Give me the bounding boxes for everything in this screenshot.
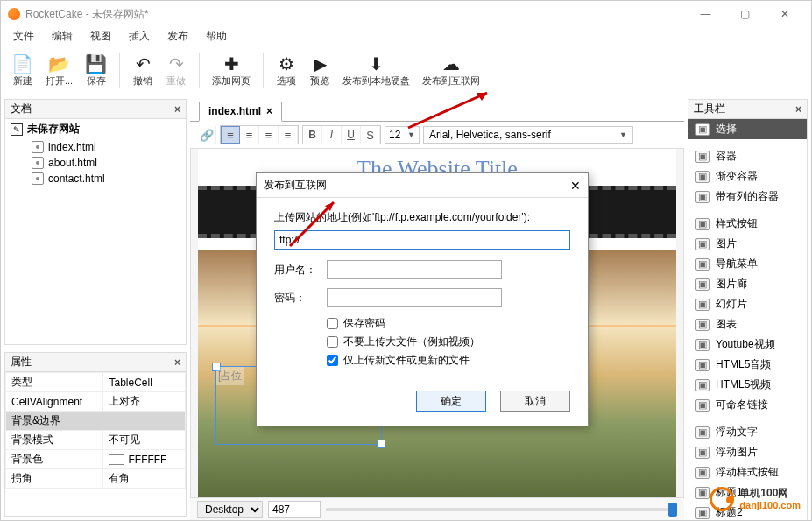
tab-index[interactable]: index.html × [199,102,282,122]
redo-icon: ↷ [169,53,184,74]
page-icon [32,141,44,153]
options-icon: ⚙ [279,53,294,74]
close-icon[interactable]: × [795,103,801,116]
tool-float-style-btn[interactable]: ▣浮动样式按钮 [688,462,807,482]
menu-发布[interactable]: 发布 [159,27,197,46]
menu-文件[interactable]: 文件 [4,27,43,46]
password-input[interactable] [327,288,502,307]
ok-button[interactable]: 确定 [416,391,486,412]
menu-帮助[interactable]: 帮助 [197,27,236,46]
window-titlebar: RocketCake - 未保存网站* — ▢ ✕ [1,1,811,27]
property-value[interactable]: TableCell [103,373,186,392]
tool-float-image[interactable]: ▣浮动图片 [688,442,807,462]
tool-column-container[interactable]: ▣带有列的容器 [688,187,807,207]
save-button[interactable]: 💾保存 [80,52,112,89]
document-item[interactable]: contact.html [5,171,186,187]
username-input[interactable] [327,260,502,279]
cancel-button[interactable]: 取消 [500,391,570,412]
skip-large-files-checkbox[interactable] [327,336,338,348]
tool-html5-video[interactable]: ▣HTML5视频 [688,375,807,395]
property-value[interactable]: 上对齐 [103,392,186,412]
dialog-titlebar[interactable]: 发布到互联网 ✕ [257,173,588,198]
close-icon[interactable]: ✕ [570,179,581,193]
canvas-status-bar: Desktop [190,497,684,520]
tool-html5-audio[interactable]: ▣HTML5音频 [688,355,807,375]
properties-panel: 属性 × 类型TableCellCellVAlignment上对齐背景&边界背景… [4,352,187,517]
youtube-icon: ▣ [695,339,710,351]
save-password-checkbox[interactable] [327,318,338,329]
document-item[interactable]: about.html [5,155,186,171]
font-size-select[interactable]: 12 ▼ [385,126,420,144]
options-button[interactable]: ⚙选项 [271,52,302,89]
tool-chart[interactable]: ▣图表 [688,314,807,334]
container-icon: ▣ [695,151,710,163]
redo-button[interactable]: ↷重做 [160,52,192,89]
watermark: 单机100网danji100.com [710,487,801,511]
publish-local-button[interactable]: ⬇发布到本地硬盘 [337,52,415,89]
tool-container[interactable]: ▣容器 [688,146,807,166]
open-button[interactable]: 📂打开... [40,52,78,89]
close-button[interactable]: ✕ [765,1,804,27]
bold-button[interactable]: B [303,126,322,144]
h2-icon: ▣ [695,507,710,519]
only-new-files-checkbox[interactable] [327,355,338,366]
align-justify-button[interactable]: ≡ [279,126,298,144]
publish-web-button[interactable]: ☁发布到互联网 [417,52,485,89]
align-right-button[interactable]: ≡ [259,126,279,144]
tool-named-link[interactable]: ▣可命名链接 [688,395,807,415]
toolbar-separator [199,53,200,88]
width-slider[interactable] [326,508,677,511]
menu-编辑[interactable]: 编辑 [43,27,81,46]
publish-local-icon: ⬇ [369,53,384,74]
property-value[interactable]: 有角 [103,469,186,489]
document-item[interactable]: index.html [5,139,186,155]
preview-button[interactable]: ▶预览 [304,52,335,89]
property-value[interactable]: FFFFFF [103,450,186,469]
underline-button[interactable]: U [342,126,361,144]
page-icon [32,157,44,169]
property-key: 类型 [6,373,103,392]
width-input[interactable] [268,501,321,518]
open-icon: 📂 [48,53,70,74]
html5-video-icon: ▣ [695,379,710,391]
tool-image[interactable]: ▣图片 [688,234,807,254]
align-left-button[interactable]: ≡ [221,126,240,144]
italic-button[interactable]: I [322,126,342,144]
tool-select[interactable]: ▣选择 [688,119,807,139]
tool-youtube[interactable]: ▣Youtube视频 [688,334,807,355]
property-group: 背景&边界 [6,412,186,431]
minimize-button[interactable]: — [686,1,725,27]
strikethrough-button[interactable]: S [361,126,380,144]
style-button-icon: ▣ [695,218,710,230]
tool-gradient-container[interactable]: ▣渐变容器 [688,166,807,187]
close-icon[interactable]: × [174,103,180,116]
close-icon[interactable]: × [266,105,272,117]
property-key: 背景色 [6,450,103,469]
tool-style-button[interactable]: ▣样式按钮 [688,214,807,234]
font-family-select[interactable]: Arial, Helvetica, sans-serif ▼ [423,126,633,144]
tool-slideshow[interactable]: ▣幻灯片 [688,294,807,314]
tool-gallery[interactable]: ▣图片廊 [688,274,807,294]
undo-button[interactable]: ↶撤销 [127,52,159,89]
address-hint: 上传网站的地址(例如'ftp://ftp.example.com/yourfol… [274,210,570,225]
address-input[interactable] [274,230,570,250]
close-icon[interactable]: × [174,356,180,369]
tool-float-text[interactable]: ▣浮动文字 [688,422,807,442]
add-page-button[interactable]: ✚添加网页 [207,52,256,89]
documents-panel: 文档 × ✎ 未保存网站 index.htmlabout.htmlcontact… [4,99,187,345]
named-link-icon: ▣ [695,399,710,412]
menu-视图[interactable]: 视图 [81,27,120,46]
slider-handle[interactable] [668,503,677,517]
new-button[interactable]: 📄新建 [6,52,39,89]
link-button[interactable]: 🔗 [197,126,216,144]
align-center-button[interactable]: ≡ [240,126,259,144]
property-value[interactable]: 不可见 [103,431,186,450]
view-mode-select[interactable]: Desktop [197,501,263,518]
menu-插入[interactable]: 插入 [120,27,159,46]
toolbar-separator [119,53,120,88]
maximize-button[interactable]: ▢ [725,1,765,27]
h1-icon: ▣ [695,487,710,499]
site-root[interactable]: ✎ 未保存网站 [5,119,186,139]
toolbox-separator [688,139,807,146]
tool-nav-menu[interactable]: ▣导航菜单 [688,254,807,274]
